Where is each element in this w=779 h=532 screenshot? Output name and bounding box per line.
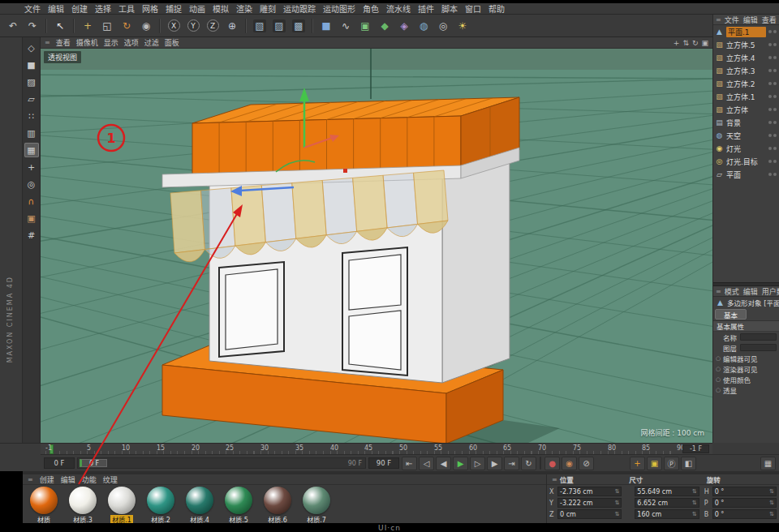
material-item[interactable]: 材质.3	[65, 487, 101, 524]
transport-icon[interactable]	[596, 457, 628, 470]
attributes-menu-item[interactable]: 编辑	[743, 286, 758, 297]
range-start-field[interactable]: 0 F	[44, 457, 75, 469]
range-end-field[interactable]: 90 F	[368, 457, 399, 469]
lock-x-axis-icon[interactable]: X	[165, 17, 183, 35]
menu-item[interactable]: 网格	[142, 3, 158, 15]
object-row[interactable]: ◎ 灯光.目标	[713, 155, 779, 168]
toolbar-icon[interactable]	[473, 17, 736, 35]
goto-end-icon[interactable]: ⇥	[504, 457, 519, 470]
attribute-row[interactable]: 图层	[713, 342, 779, 353]
menu-item[interactable]: 文件	[24, 3, 41, 15]
material-preview[interactable]	[30, 487, 58, 514]
panel-grip-icon[interactable]: ≡	[716, 288, 721, 295]
attribute-field[interactable]	[740, 333, 777, 341]
rotate-view-icon[interactable]: ↻	[692, 39, 699, 47]
object-manager-menu-item[interactable]: 文件	[725, 15, 739, 25]
slider-thumb[interactable]: 0 F	[80, 459, 107, 467]
menu-item[interactable]: 编辑	[48, 3, 64, 15]
menu-item[interactable]: 窗口	[465, 3, 481, 15]
object-row[interactable]: ▲ 平面.1	[713, 25, 779, 38]
material-item[interactable]: 材质.4	[182, 487, 217, 524]
move-tool-icon[interactable]: +	[79, 17, 97, 35]
menu-item[interactable]: 雕刻	[260, 3, 276, 15]
toolbar-icon[interactable]	[245, 19, 247, 33]
coord-system-icon[interactable]: ⊕	[223, 17, 241, 35]
coordinate-field[interactable]: 160 cm ⇅	[635, 509, 699, 519]
frame-slider[interactable]: 0 F 90 F	[77, 457, 366, 469]
panel-grip-icon[interactable]: ≡	[28, 476, 33, 483]
tab-basic[interactable]: 基本	[715, 309, 747, 320]
material-item[interactable]: 材质.7	[299, 487, 334, 524]
environment-icon[interactable]: ◍	[415, 17, 433, 35]
menu-item[interactable]: 工具	[118, 3, 135, 15]
material-menu-item[interactable]: 纹理	[103, 474, 118, 485]
object-row[interactable]: ◉ 灯光	[713, 142, 779, 155]
viewport-scene[interactable]: 透视视图 网格间距 : 100 cm	[41, 49, 712, 443]
menu-item[interactable]: 选择	[95, 3, 111, 15]
object-row[interactable]: ▤ 背景	[713, 116, 779, 129]
visibility-dots[interactable]	[768, 134, 777, 137]
spinner-icon[interactable]: ⇅	[692, 488, 697, 495]
render-settings-icon[interactable]: ▩	[290, 17, 308, 35]
toolbar-icon[interactable]	[73, 19, 75, 33]
workplane-lock-icon[interactable]: ▣	[24, 211, 39, 225]
attribute-row[interactable]: ○ 渲染器可见	[713, 363, 779, 374]
coordinate-field[interactable]: -2.736 cm ⇅	[557, 487, 622, 496]
light-icon[interactable]: ☀	[454, 17, 471, 35]
coordinate-field[interactable]: -3.222 cm ⇅	[557, 498, 622, 508]
visibility-dots[interactable]	[768, 43, 777, 46]
material-item[interactable]: 材质.6	[260, 487, 295, 524]
material-item[interactable]: 材质	[26, 487, 62, 524]
material-preview[interactable]	[108, 487, 136, 514]
lock-z-axis-icon[interactable]: Z	[204, 17, 222, 35]
menu-item[interactable]: 捕捉	[166, 3, 182, 15]
spinner-icon[interactable]: ⇅	[614, 488, 619, 495]
panel-grip-icon[interactable]: ≡	[552, 476, 557, 483]
material-menu-item[interactable]: 编辑	[61, 474, 75, 485]
last-tool-icon[interactable]: ◉	[137, 17, 155, 35]
attribute-row[interactable]: ○ 编辑器可见	[713, 353, 779, 363]
object-row[interactable]: ▧ 立方体	[713, 103, 779, 116]
model-mode-icon[interactable]: ■	[24, 58, 39, 72]
keyframe-dot-icon[interactable]: ○	[716, 376, 721, 383]
attribute-row[interactable]: 名称	[713, 332, 779, 342]
spinner-icon[interactable]: ⇅	[614, 500, 619, 506]
menu-item[interactable]: 创建	[71, 3, 88, 15]
menu-item[interactable]: 帮助	[488, 3, 505, 15]
prev-key-icon[interactable]: ◁	[419, 457, 434, 470]
object-row[interactable]: ▧ 立方体.1	[713, 90, 779, 103]
spline-pen-icon[interactable]: ∿	[337, 17, 355, 35]
menu-item[interactable]: 动画	[189, 3, 205, 15]
material-menu-item[interactable]: 创建	[40, 474, 54, 485]
visibility-dots[interactable]	[768, 95, 777, 98]
menu-item[interactable]: 运动图形	[323, 3, 355, 15]
hud-toggle-icon[interactable]: ◧	[681, 457, 696, 470]
timeline-ruler[interactable]: -151015202530354045505560657075808590 -1…	[41, 443, 712, 454]
viewport-menu-item[interactable]: 面板	[165, 37, 179, 48]
menu-item[interactable]: 流水线	[386, 3, 411, 15]
material-menu-item[interactable]: 功能	[82, 474, 97, 485]
viewport-menu-item[interactable]: 选项	[124, 37, 139, 48]
visibility-dots[interactable]	[768, 147, 777, 150]
coordinate-field[interactable]: 6.652 cm ⇅	[635, 498, 699, 508]
render-view-icon[interactable]: ▧	[251, 17, 269, 35]
attributes-menu-item[interactable]: 用户数据	[762, 286, 779, 297]
live-selection-icon[interactable]: ↖	[51, 17, 69, 35]
material-preview[interactable]	[303, 487, 330, 514]
hud-plane-icon[interactable]: ▣	[647, 457, 662, 470]
keyframe-dot-icon[interactable]: ○	[716, 355, 721, 362]
menu-item[interactable]: 脚本	[441, 3, 458, 15]
toolbar-icon[interactable]	[312, 19, 313, 33]
keyframe-dot-icon[interactable]: ○	[716, 366, 721, 372]
viewport-menu-item[interactable]: 显示	[104, 37, 118, 48]
next-frame-icon[interactable]: ▷	[470, 457, 485, 470]
record-options-icon[interactable]: ⊘	[579, 457, 594, 470]
material-preview[interactable]	[264, 487, 291, 514]
menu-item[interactable]: 运动跟踪	[283, 3, 316, 15]
scale-tool-icon[interactable]: ◱	[98, 17, 116, 35]
zoom-view-icon[interactable]: ⇅	[682, 39, 689, 47]
loop-icon[interactable]: ↻	[521, 457, 536, 470]
coordinate-field[interactable]: 0 cm ⇅	[557, 509, 622, 519]
texture-mode-icon[interactable]: ▨	[24, 75, 39, 89]
visibility-dots[interactable]	[768, 82, 777, 85]
